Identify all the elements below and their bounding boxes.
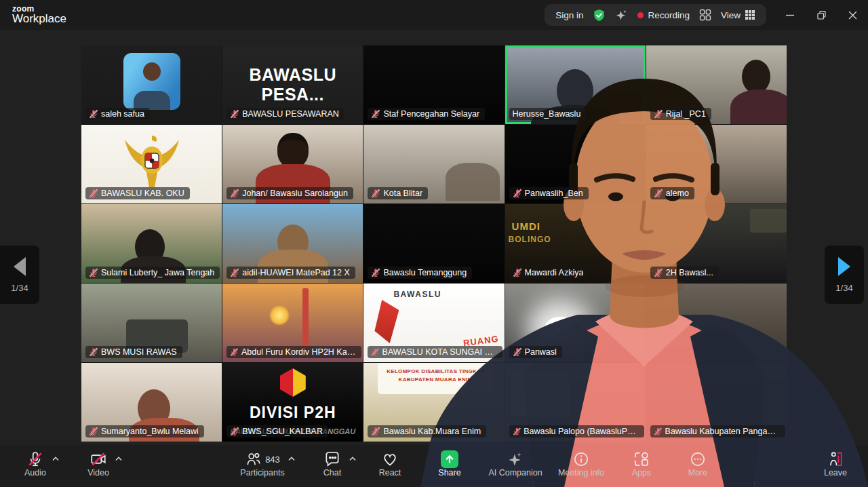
video-tile[interactable]: Bawaslu Kabupaten Pangandar... (646, 363, 787, 442)
muted-mic-icon (513, 268, 522, 277)
muted-mic-icon (654, 189, 663, 198)
chat-options-chevron[interactable] (349, 456, 357, 461)
next-arrow-icon (838, 257, 850, 276)
video-tile[interactable]: Johan/ Bawaslu Sarolangun (222, 125, 363, 203)
tile-scene-decoration (742, 60, 770, 94)
participants-options-chevron[interactable] (288, 456, 296, 461)
page-indicator: 1/34 (835, 283, 852, 293)
tile-scene-text: BOLINGO (509, 235, 551, 244)
participant-name-tag: Herusse_Bawaslu (509, 108, 587, 120)
more-button[interactable]: More (665, 445, 730, 487)
participant-name: 2H Bawasl... (666, 268, 713, 277)
video-tile[interactable]: Panwaslih_Ben (505, 125, 646, 203)
video-options-chevron[interactable] (115, 456, 123, 461)
muted-mic-icon (230, 268, 239, 277)
muted-mic-icon (230, 427, 239, 436)
restore-window-button[interactable] (806, 0, 837, 30)
video-tile[interactable]: BWS MUSI RAWAS (81, 284, 222, 362)
participant-name: Panwasl (525, 347, 557, 357)
participants-count: 843 (265, 454, 280, 465)
participant-name: saleh safua (101, 109, 144, 119)
encryption-shield-icon[interactable] (593, 9, 606, 22)
video-tile[interactable]: 2H Bawasl... (646, 204, 787, 283)
video-tile[interactable]: Kota Blitar (363, 125, 504, 203)
muted-mic-icon (654, 109, 663, 119)
apps-button[interactable]: Apps (609, 445, 674, 487)
next-page-button[interactable]: 1/34 (825, 246, 864, 304)
leave-button[interactable]: Leave (803, 445, 868, 487)
more-label: More (665, 468, 730, 478)
video-tile[interactable]: BAWASLU PESA... BAWASLU PESAWARAN (222, 45, 363, 124)
participant-name: Bawaslu Kabupaten Pangandar... (665, 427, 780, 436)
ai-companion-status-icon[interactable] (615, 9, 628, 22)
muted-mic-icon (513, 189, 522, 198)
video-tile[interactable]: Panwasl (505, 284, 646, 362)
view-label: View (721, 10, 741, 20)
video-tile[interactable]: KELOMPOK DISABILITAS TINGKAT KABUPATEN M… (363, 363, 504, 442)
share-label: Share (417, 468, 482, 478)
muted-mic-icon (513, 427, 521, 436)
control-toolbar: Audio Video 843 Participants Chat React (0, 445, 868, 487)
video-tile[interactable]: Bawaslu Temanggung (363, 204, 504, 283)
video-tile[interactable]: UMDI BOLINGO Mawardi Azkiya (505, 204, 646, 283)
muted-mic-icon (654, 427, 663, 436)
video-tile[interactable]: Staf Pencegahan Selayar (363, 45, 504, 124)
video-label: Video (66, 468, 131, 478)
video-tile[interactable]: Herusse_Bawaslu (505, 45, 646, 124)
info-icon (572, 450, 590, 468)
participant-name: BAWASLU KOTA SUNGAI PENUH (382, 347, 498, 357)
video-tile[interactable]: Sumaryanto_Bwlu Melawi (81, 363, 222, 442)
close-window-button[interactable] (837, 0, 868, 30)
participant-name-tag: Bawaslu Temanggung (368, 267, 472, 279)
participant-name: Sulami Luberty_ Jawa Tengah (101, 268, 214, 277)
video-tile[interactable]: Abdul Furu Kordiv HP2H Kab.K... (222, 284, 363, 362)
participant-name-tag: Panwaslih_Ben (509, 187, 589, 199)
participant-name-tag: aidil-HUAWEI MatePad 12 X (226, 267, 355, 279)
recording-indicator: Recording (637, 10, 690, 20)
apps-grid-icon[interactable] (699, 9, 711, 21)
participant-name: Rijal _PC1 (666, 109, 706, 119)
video-tile[interactable]: Sulami Luberty_ Jawa Tengah (81, 204, 222, 283)
ai-companion-button[interactable]: AI Companion (483, 445, 548, 487)
participants-button[interactable]: 843 Participants (225, 445, 300, 487)
video-tile[interactable]: BAWASLU KAB. OKU (81, 125, 222, 203)
participant-name: alemo (666, 189, 689, 198)
view-button[interactable]: View (721, 9, 755, 20)
participant-name: Abdul Furu Kordiv HP2H Kab.K... (241, 347, 356, 357)
participant-name: Panwaslih_Ben (525, 189, 583, 198)
react-label: React (357, 468, 422, 478)
tile-scene-decoration (302, 288, 309, 347)
react-button[interactable]: React (357, 445, 422, 487)
video-tile[interactable]: aidil-HUAWEI MatePad 12 X (222, 204, 363, 283)
muted-mic-icon (371, 189, 380, 198)
video-tile[interactable]: BAWASLU RUANG BAWASLU KOTA SUNGAI PENUH (363, 284, 504, 362)
video-tile[interactable]: Rijal _PC1 (646, 45, 787, 124)
sign-in-button[interactable]: Sign in (555, 10, 583, 20)
leave-label: Leave (803, 468, 868, 478)
muted-mic-icon (230, 347, 239, 357)
tile-scene-decoration (730, 90, 787, 124)
audio-button[interactable]: Audio (3, 445, 68, 487)
video-tile[interactable]: DIVISI P2H BAWASLU KABUPATEN SANGGAU BWS… (222, 363, 363, 442)
share-button[interactable]: Share (417, 445, 482, 487)
participant-name-tag: Panwasl (509, 346, 562, 358)
minimize-button[interactable] (774, 0, 806, 30)
meeting-info-button[interactable]: Meeting info (549, 445, 614, 487)
audio-label: Audio (3, 468, 68, 478)
participant-name-tag: Abdul Furu Kordiv HP2H Kab.K... (226, 346, 361, 358)
video-button[interactable]: Video (66, 445, 131, 487)
audio-options-chevron[interactable] (52, 456, 60, 461)
video-grid: saleh safua BAWASLU PESA... (81, 45, 787, 442)
video-tile[interactable]: alemo (646, 125, 787, 203)
chat-icon (323, 450, 341, 468)
video-tile[interactable] (646, 284, 787, 362)
video-tile[interactable]: Bawaslu Palopo (BawasluPalop... (505, 363, 646, 442)
garuda-emblem-icon (121, 130, 183, 195)
prev-page-button[interactable]: 1/34 (0, 246, 39, 304)
recording-label: Recording (648, 10, 690, 20)
tile-scene-subtext: KELOMPOK DISABILITAS TINGKAT KABUPATEN M… (380, 368, 490, 383)
ai-companion-icon (507, 450, 524, 468)
video-tile[interactable]: saleh safua (81, 45, 222, 124)
chat-button[interactable]: Chat (300, 445, 365, 487)
chat-label: Chat (300, 468, 365, 478)
